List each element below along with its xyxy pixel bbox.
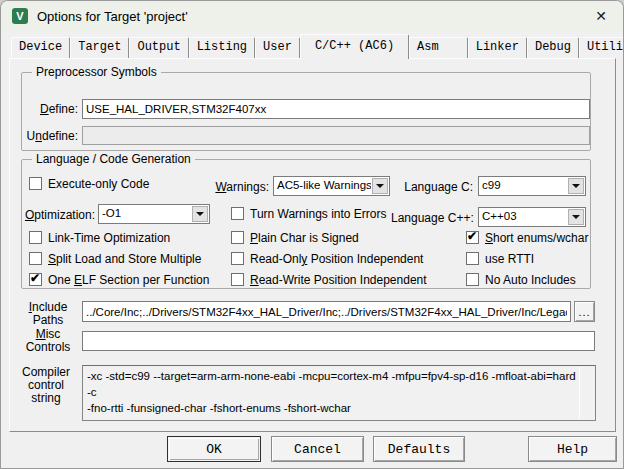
define-label: Define: [18,102,78,116]
checkbox-icon [29,177,42,190]
help-button[interactable]: Help [528,436,617,462]
dropdown-value: -O1 [99,205,191,223]
dropdown-value: AC5-like Warnings [274,177,371,195]
checkbox-label: Read-Write Position Independent [250,273,427,287]
dropdown-value: c99 [479,177,567,195]
plain-char-is-signed-checkbox[interactable]: Plain Char is Signed [231,231,359,245]
group-title: Preprocessor Symbols [32,65,161,79]
defaults-button[interactable]: Defaults [373,436,465,462]
checkbox-icon [231,207,244,220]
checkbox-icon [231,273,244,286]
checkbox-label: Link-Time Optimization [48,231,170,245]
language-cpp-label: Language C++: [391,211,473,225]
checkbox-icon [231,252,244,265]
checkbox-label: Read-Only Position Independent [250,252,423,266]
compiler-control-string-box: -xc -std=c99 --target=arm-arm-none-eabi … [82,365,596,421]
chevron-down-icon[interactable] [372,178,388,194]
uvision-logo-icon [12,8,28,24]
chevron-down-icon[interactable] [568,178,584,194]
language-cpp-dropdown[interactable]: C++03 [478,207,586,227]
tab-listing[interactable]: Listing [189,37,255,58]
chevron-down-icon[interactable] [568,209,584,225]
tab-device[interactable]: Device [11,37,70,58]
tab-output[interactable]: Output [129,37,188,58]
read-only-position-independent-checkbox[interactable]: Read-Only Position Independent [231,252,423,266]
close-icon[interactable]: ✕ [579,1,623,31]
language-c-label: Language C: [399,180,473,194]
tab-user[interactable]: User [255,37,300,58]
tab-linker[interactable]: Linker [468,37,527,58]
language-c-dropdown[interactable]: c99 [478,176,586,196]
checkbox-label: use RTTI [485,252,534,266]
options-for-target-dialog: Options for Target 'project' ✕ Device Ta… [0,0,624,469]
ccpp-tab-page: Preprocessor Symbols Define: Undefine: L… [9,58,616,432]
checkbox-label: No Auto Includes [485,273,576,287]
checkbox-label: Short enums/wchar [485,231,588,245]
window-title: Options for Target 'project' [37,9,188,24]
tab-utilities[interactable]: Utilities [579,37,624,58]
warnings-label: Warnings: [205,180,269,194]
tab-strip: Device Target Output Listing User C/C++ … [11,34,617,58]
ok-button[interactable]: OK [167,436,261,462]
scrollbar-gutter [579,367,580,419]
group-title: Language / Code Generation [32,152,195,166]
link-time-optimization-checkbox[interactable]: Link-Time Optimization [29,231,170,245]
include-paths-browse-button[interactable]: ... [574,301,595,322]
tab-debug[interactable]: Debug [527,37,579,58]
cancel-button[interactable]: Cancel [271,436,364,462]
checkbox-label: Turn Warnings into Errors [250,207,386,221]
warnings-dropdown[interactable]: AC5-like Warnings [273,176,390,196]
define-input[interactable] [82,99,590,119]
checkbox-label: Plain Char is Signed [250,231,359,245]
read-write-position-independent-checkbox[interactable]: Read-Write Position Independent [231,273,427,287]
misc-controls-label: MiscControls [19,328,77,354]
no-auto-includes-checkbox[interactable]: No Auto Includes [466,273,576,287]
execute-only-code-checkbox[interactable]: Execute-only Code [29,177,149,191]
checkbox-icon [466,273,479,286]
checkbox-icon [29,273,42,286]
include-paths-label: IncludePaths [19,301,77,327]
chevron-down-icon[interactable] [192,206,208,222]
checkbox-label: One ELF Section per Function [48,273,209,287]
tab-target[interactable]: Target [70,37,129,58]
compiler-control-string-label: Compiler control string [15,366,77,405]
compiler-control-string-value: -xc -std=c99 --target=arm-arm-none-eabi … [87,368,577,418]
checkbox-label: Split Load and Store Multiple [48,252,201,266]
include-paths-input[interactable] [82,301,571,322]
misc-controls-input[interactable] [82,331,595,351]
title-bar: Options for Target 'project' [1,1,623,31]
optimization-dropdown[interactable]: -O1 [98,204,210,224]
optimization-label: Optimization: [19,208,95,222]
short-enums-wchar-checkbox[interactable]: Short enums/wchar [466,231,588,245]
undefine-label: Undefine: [18,129,78,143]
use-rtti-checkbox[interactable]: use RTTI [466,252,534,266]
one-elf-section-per-function-checkbox[interactable]: One ELF Section per Function [29,273,209,287]
tab-ccpp-ac6[interactable]: C/C++ (AC6) [300,34,409,59]
checkbox-icon [29,252,42,265]
undefine-input [82,126,590,145]
dropdown-value: C++03 [479,208,567,226]
checkbox-icon [29,231,42,244]
checkbox-icon [466,252,479,265]
checkbox-icon [466,231,479,244]
checkbox-label: Execute-only Code [48,177,149,191]
split-load-store-multiple-checkbox[interactable]: Split Load and Store Multiple [29,252,201,266]
turn-warnings-into-errors-checkbox[interactable]: Turn Warnings into Errors [231,207,386,221]
checkbox-icon [231,231,244,244]
tab-asm[interactable]: Asm [409,37,468,58]
